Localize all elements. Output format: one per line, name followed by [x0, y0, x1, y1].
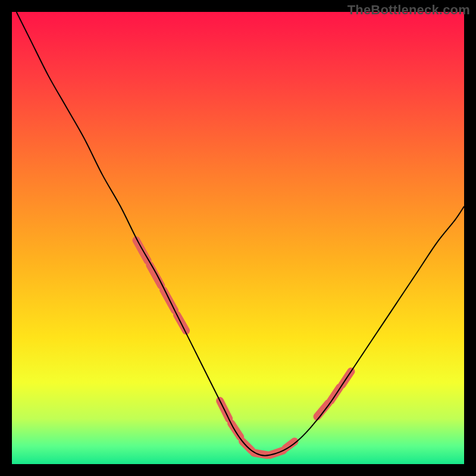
- gradient-background: [12, 12, 464, 464]
- chart-svg: [12, 12, 464, 464]
- plot-area: [12, 12, 464, 464]
- watermark-text: TheBottleneck.com: [347, 2, 470, 18]
- chart-frame: TheBottleneck.com: [0, 0, 476, 476]
